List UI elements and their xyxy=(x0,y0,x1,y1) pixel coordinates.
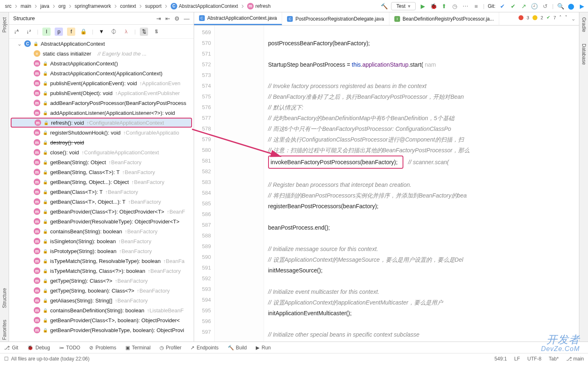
coverage-icon[interactable]: ⬆ xyxy=(440,2,448,10)
tree-root[interactable]: ⌄C🔒AbstractApplicationContext xyxy=(9,39,194,49)
show-inherited-icon[interactable]: 🔒 xyxy=(79,28,88,36)
tree-method[interactable]: m🔒containsBean(String): boolean ↑BeanFac… xyxy=(9,226,194,236)
tree-method[interactable]: m🔒getBeanProvider(ResolvableType): Objec… xyxy=(9,216,194,226)
tree-method[interactable]: m🔒getBeanProvider(Class<T>): ObjectProvi… xyxy=(9,207,194,216)
tree-method[interactable]: m🔒publishEvent(Object): void ↑Applicatio… xyxy=(9,88,194,98)
expand-icon[interactable]: ⇥ xyxy=(156,15,161,22)
line-number-gutter[interactable]: 5695705715725735745755765775785795805815… xyxy=(194,26,215,342)
search-icon[interactable]: 🔍 xyxy=(557,2,564,10)
git-history-icon[interactable]: 🕘 xyxy=(531,2,538,10)
breadcrumb-context[interactable]: context xyxy=(118,2,139,10)
terminal-tool[interactable]: ▣ Terminal xyxy=(125,345,150,351)
autoscroll-source-icon[interactable]: ⇅ xyxy=(140,28,148,36)
ide-more-icon[interactable]: ▶ xyxy=(578,2,586,10)
database-tab[interactable]: Database xyxy=(581,42,587,66)
tree-method[interactable]: m🔒getType(String, boolean): Class<?> ↑Be… xyxy=(9,286,194,295)
breadcrumb-src[interactable]: src xyxy=(2,2,14,10)
git-tool[interactable]: ⎇ Git xyxy=(4,345,18,351)
tree-method[interactable]: m🔒getBean(String, Class<T>): T ↑BeanFact… xyxy=(9,167,194,177)
tree-method[interactable]: m🔒registerShutdownHook(): void ↑Configur… xyxy=(9,128,194,137)
tree-method[interactable]: m🔒publishEvent(ApplicationEvent): void ↑… xyxy=(9,78,194,88)
run-configuration[interactable]: Test ▾ xyxy=(391,2,416,10)
git-push-icon[interactable]: ↗ xyxy=(520,2,528,10)
show-fields-icon[interactable]: f xyxy=(67,28,75,36)
git-revert-icon[interactable]: ↺ xyxy=(542,2,549,10)
tree-method[interactable]: m🔒getBean(String): Object ↑BeanFactory xyxy=(9,157,194,167)
attach-icon[interactable]: ⋯ xyxy=(462,2,469,10)
debug-tool[interactable]: 🐞 Debug xyxy=(27,345,50,351)
problems-tool[interactable]: ⊘ Problems xyxy=(89,345,116,351)
profiler-tool[interactable]: ◷ Profiler xyxy=(160,345,181,351)
status-branch[interactable]: ⎇ main xyxy=(566,356,584,362)
tree-method[interactable]: m🔒isTypeMatch(String, ResolvableType): b… xyxy=(9,256,194,266)
inspections-widget[interactable]: 3 2 ✔7 ˄ ˅ xyxy=(519,15,567,20)
run-icon[interactable]: ▶ xyxy=(419,2,426,10)
git-commit-icon[interactable]: ✔ xyxy=(509,2,517,10)
show-anonymous-icon[interactable]: ▼ xyxy=(97,28,106,36)
debug-icon[interactable]: 🐞 xyxy=(430,2,437,10)
tree-method[interactable]: m🔒destroy(): void xyxy=(9,137,194,147)
git-label: Git: xyxy=(488,3,495,9)
sort-alpha-icon[interactable]: ↓ᴬ xyxy=(12,28,21,36)
breadcrumb-org[interactable]: org xyxy=(56,2,68,10)
tree-method[interactable]: m🔒AbstractApplicationContext() xyxy=(9,58,194,68)
status-line-sep[interactable]: LF xyxy=(514,356,520,362)
tree-method[interactable]: m🔒getBeanProvider(Class<T>, boolean): Ob… xyxy=(9,315,194,325)
tree-method[interactable]: m🔒isPrototype(String): boolean ↑BeanFact… xyxy=(9,246,194,256)
gear-icon[interactable]: ⚙ xyxy=(174,15,180,22)
status-position[interactable]: 549:1 xyxy=(495,356,507,362)
structure-tree[interactable]: ⌄C🔒AbstractApplicationContext ≡ static c… xyxy=(9,39,194,342)
tab-post-processor-delegate[interactable]: CPostProcessorRegistrationDelegate.java xyxy=(282,12,389,25)
show-lambda-icon[interactable]: ⏀ xyxy=(110,28,118,36)
status-indent[interactable]: Tab* xyxy=(549,356,559,362)
breadcrumb-support[interactable]: support xyxy=(143,2,164,10)
status-encoding[interactable]: UTF-8 xyxy=(528,356,542,362)
tree-method[interactable]: m🔒getAliases(String): String[] ↑BeanFact… xyxy=(9,295,194,305)
tree-method[interactable]: m🔒getBean(Class<T>, Object...): T ↑BeanF… xyxy=(9,197,194,207)
structure-tab[interactable]: Structure xyxy=(2,286,7,310)
tab-bean-definition-registry[interactable]: IBeanDefinitionRegistryPostProcessor.ja.… xyxy=(389,12,499,25)
show-properties-icon[interactable]: p xyxy=(55,28,63,36)
build-tool[interactable]: 🔨 Build xyxy=(228,345,247,351)
show-interfaces-icon[interactable]: I xyxy=(42,28,51,36)
favorites-tab[interactable]: Favorites xyxy=(2,318,7,342)
breadcrumb-method[interactable]: mrefresh xyxy=(245,2,273,10)
show-lambda2-icon[interactable]: λ xyxy=(122,28,130,36)
ide-update-icon[interactable]: ⬤ xyxy=(567,2,575,10)
project-tab[interactable]: Project xyxy=(2,16,7,34)
tree-method[interactable]: m🔒isTypeMatch(String, Class<?>): boolean… xyxy=(9,266,194,276)
todo-tool[interactable]: ≔ TODO xyxy=(59,345,80,351)
hide-icon[interactable]: — xyxy=(184,15,190,22)
breadcrumb-class[interactable]: CAbstractApplicationContext xyxy=(168,2,241,10)
tree-method[interactable]: m🔒getType(String): Class<?> ↑BeanFactory xyxy=(9,276,194,286)
tabs-dropdown-icon[interactable]: ⌄ xyxy=(571,16,576,22)
tree-method[interactable]: m🔒addApplicationListener(ApplicationList… xyxy=(9,108,194,118)
tree-initializer[interactable]: ≡ static class initializer // Eagerly lo… xyxy=(9,49,194,58)
tree-method[interactable]: m🔒getBeanProvider(ResolvableType, boolea… xyxy=(9,325,194,335)
git-update-icon[interactable]: ✔ xyxy=(499,2,506,10)
sort-visibility-icon[interactable]: ↓ᶻ xyxy=(25,28,33,36)
tree-method[interactable]: m🔒isSingleton(String): boolean ↑BeanFact… xyxy=(9,236,194,246)
breadcrumb-main[interactable]: main xyxy=(18,2,34,10)
profile-icon[interactable]: ◷ xyxy=(451,2,458,10)
tree-method[interactable]: m🔒close(): void ↑ConfigurableApplication… xyxy=(9,147,194,157)
up-icon[interactable]: ˄ xyxy=(559,15,562,20)
tree-method[interactable]: m🔒AbstractApplicationContext(Application… xyxy=(9,68,194,78)
down-icon[interactable]: ˅ xyxy=(565,15,567,20)
tree-method[interactable]: m🔒getBean(Class<T>): T ↑BeanFactory xyxy=(9,187,194,197)
breadcrumb-springframework[interactable]: springframework xyxy=(72,2,113,10)
gradle-tab[interactable]: Gradle xyxy=(581,16,587,34)
breadcrumb-java[interactable]: java xyxy=(38,2,52,10)
build-icon[interactable]: 🔨 xyxy=(380,2,388,10)
stop-icon[interactable]: ■ xyxy=(472,2,480,10)
autoscroll-from-source-icon[interactable]: ⥮ xyxy=(152,28,160,36)
tree-method[interactable]: m🔒containsBeanDefinition(String): boolea… xyxy=(9,305,194,315)
code-editor[interactable]: postProcessBeanFactory(beanFactory); Sta… xyxy=(264,26,579,342)
tree-method[interactable]: m🔒refresh(): void ↑ConfigurableApplicati… xyxy=(11,118,192,128)
tab-abstract-application-context[interactable]: CAbstractApplicationContext.java xyxy=(194,12,282,25)
tree-method[interactable]: m🔒getBean(String, Object...): Object ↑Be… xyxy=(9,177,194,187)
collapse-icon[interactable]: ⇤ xyxy=(165,15,170,22)
tree-method[interactable]: m🔒addBeanFactoryPostProcessor(BeanFactor… xyxy=(9,98,194,108)
run-tool[interactable]: ▶ Run xyxy=(256,345,271,351)
endpoints-tool[interactable]: ↗ Endpoints xyxy=(190,345,218,351)
